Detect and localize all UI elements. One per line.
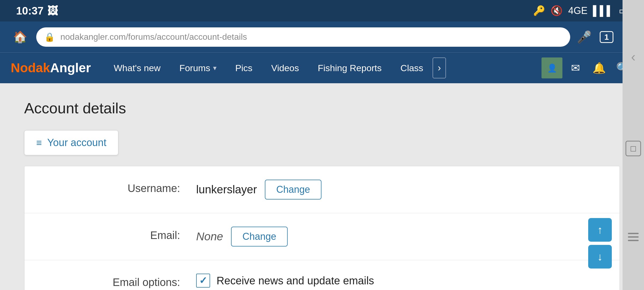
email-options-text: Receive news and update emails <box>217 275 374 287</box>
checkmark-icon: ✓ <box>199 275 207 286</box>
email-row: Email: None Change <box>24 213 620 260</box>
status-bar: 10:37 🖼 🔑 🔇 4GE ▌▌▌ ▭ <box>0 0 644 21</box>
main-content: Account details ≡ Your account Username:… <box>0 83 644 290</box>
scroll-buttons: ↑ ↓ <box>588 218 612 269</box>
clock: 10:37 <box>16 5 43 17</box>
username-value: lunkerslayer <box>196 183 257 196</box>
nav-forums[interactable]: Forums ▾ <box>170 53 226 84</box>
email-change-button[interactable]: Change <box>231 227 287 247</box>
username-row: Username: lunkerslayer Change <box>24 166 620 213</box>
url-path: /forums/account/account-details <box>126 32 247 42</box>
pics-label: Pics <box>235 63 253 73</box>
account-card: Username: lunkerslayer Change Email: Non… <box>24 166 620 290</box>
url-bar[interactable]: 🔒 nodakangler.com/forums/account/account… <box>36 27 570 47</box>
back-chevron-icon[interactable]: ‹ <box>631 49 636 64</box>
email-options-checkbox-container[interactable]: ✓ Receive news and update emails <box>196 274 374 288</box>
email-value: None <box>196 230 223 243</box>
email-label: Email: <box>41 227 196 241</box>
email-value-area: None Change <box>196 227 603 247</box>
username-change-button[interactable]: Change <box>265 180 321 200</box>
url-text: nodakangler.com/forums/account/account-d… <box>60 32 247 42</box>
forums-arrow: ▾ <box>213 64 217 72</box>
nav-fishing-reports[interactable]: Fishing Reports <box>308 53 391 84</box>
fishing-reports-label: Fishing Reports <box>318 63 382 73</box>
your-account-button[interactable]: ≡ Your account <box>24 130 118 155</box>
signal-label: 4GE <box>568 5 587 16</box>
class-label: Class <box>400 63 423 73</box>
menu-icon: ≡ <box>36 137 42 148</box>
mic-button[interactable]: 🎤 <box>577 30 592 44</box>
avatar[interactable]: 👤 <box>541 57 562 78</box>
email-options-value: ✓ Receive news and update emails <box>196 274 603 288</box>
url-domain: nodakangler.com <box>60 32 126 42</box>
lock-icon: 🔒 <box>44 32 55 42</box>
scroll-down-button[interactable]: ↓ <box>588 245 612 269</box>
nav-class[interactable]: Class <box>391 53 433 84</box>
videos-label: Videos <box>271 63 299 73</box>
home-button[interactable]: 🏠 <box>11 28 30 46</box>
page-title: Account details <box>24 99 620 117</box>
email-options-row: Email options: ✓ Receive news and update… <box>24 260 620 290</box>
email-options-label: Email options: <box>41 274 196 288</box>
site-logo[interactable]: NodakAngler <box>11 61 91 74</box>
logo-nodak: Nodak <box>11 61 50 75</box>
edge-line-2 <box>628 236 639 238</box>
scroll-up-button[interactable]: ↑ <box>588 218 612 242</box>
tab-count[interactable]: 1 <box>600 31 613 43</box>
bars-icon: ▌▌▌ <box>593 5 613 16</box>
gallery-icon: 🖼 <box>47 5 58 17</box>
browser-bar: 🏠 🔒 nodakangler.com/forums/account/accou… <box>0 21 644 52</box>
right-edge-bar: ‹ □ <box>623 0 644 290</box>
status-icons: 🔑 🔇 4GE ▌▌▌ ▭ <box>533 5 628 16</box>
edge-lines-indicator <box>628 233 639 241</box>
email-options-checkbox[interactable]: ✓ <box>196 274 210 288</box>
logo-angler: Angler <box>50 61 91 75</box>
messages-icon[interactable]: ✉ <box>565 57 586 78</box>
nav-more-button[interactable]: › <box>433 57 446 78</box>
edge-line-1 <box>628 233 639 234</box>
nav-whats-new[interactable]: What's new <box>104 53 170 84</box>
notifications-icon[interactable]: 🔔 <box>589 57 610 78</box>
nav-right-icons: 👤 ✉ 🔔 🔍 <box>541 57 633 78</box>
site-nav: NodakAngler What's new Forums ▾ Pics Vid… <box>0 52 644 83</box>
key-icon: 🔑 <box>533 5 545 16</box>
nav-videos[interactable]: Videos <box>262 53 308 84</box>
mute-icon: 🔇 <box>551 5 563 16</box>
edge-line-3 <box>628 240 639 241</box>
whats-new-label: What's new <box>114 63 161 73</box>
edge-square-button[interactable]: □ <box>625 141 641 156</box>
username-label: Username: <box>41 180 196 194</box>
your-account-label: Your account <box>47 137 106 148</box>
forums-label: Forums <box>179 63 210 73</box>
username-value-area: lunkerslayer Change <box>196 180 603 200</box>
status-time-area: 10:37 🖼 <box>16 5 58 17</box>
nav-pics[interactable]: Pics <box>226 53 262 84</box>
